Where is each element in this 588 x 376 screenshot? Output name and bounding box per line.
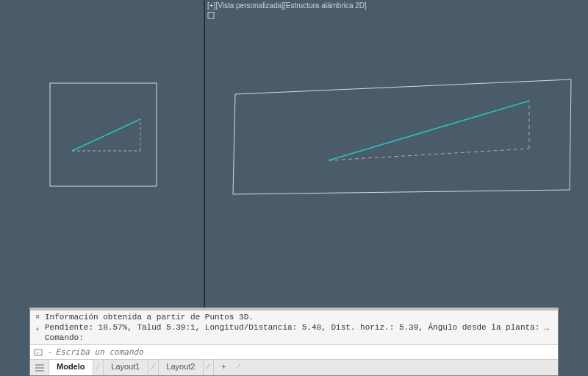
layout-tabs: Modelo ∕ Layout1 ∕ Layout2 ∕ + ∕ <box>30 359 558 375</box>
tab-add-button[interactable]: + <box>214 360 233 375</box>
tab-model[interactable]: Modelo <box>49 360 93 375</box>
history-line: Pendiente: 18.57%, Talud 5.39:1, Longitu… <box>45 322 553 333</box>
command-prompt-icon[interactable]: >_ <box>30 348 48 357</box>
tabs-menu-icon[interactable] <box>30 360 49 375</box>
command-input-row: >_ - <box>30 344 558 359</box>
history-line: Comando: <box>45 333 553 343</box>
history-up-icon[interactable]: ▴ <box>33 324 42 333</box>
history-line: Información obtenida a partir de Puntos … <box>45 312 553 322</box>
svg-line-8 <box>329 149 529 160</box>
close-icon[interactable]: × <box>33 313 42 322</box>
tab-nav-next-icon[interactable]: ∕ <box>204 360 215 375</box>
command-input[interactable] <box>54 346 558 359</box>
svg-line-3 <box>72 119 140 151</box>
command-history[interactable]: × ▴ Información obtenida a partir de Pun… <box>30 311 558 344</box>
tab-nav-sep-icon: ∕ <box>148 360 159 375</box>
tab-nav-prev-icon[interactable]: ∕ <box>93 360 104 375</box>
command-panel: × ▴ Información obtenida a partir de Pun… <box>29 308 559 376</box>
svg-marker-7 <box>233 79 571 194</box>
svg-text:>_: >_ <box>36 350 43 356</box>
tab-nav-end-icon: ∕ <box>234 360 244 375</box>
tab-layout2[interactable]: Layout2 <box>159 360 203 375</box>
dash-icon: - <box>48 348 54 357</box>
tab-layout1[interactable]: Layout1 <box>104 360 148 375</box>
svg-line-10 <box>329 101 529 160</box>
